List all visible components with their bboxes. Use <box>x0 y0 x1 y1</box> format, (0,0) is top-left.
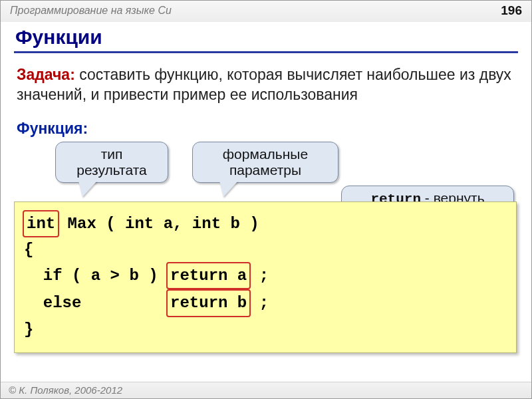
callout-tail-icon <box>219 181 238 197</box>
code-line: { <box>24 237 507 262</box>
callout-tail-icon <box>78 181 97 197</box>
code-text: Max ( int a, int b ) <box>58 215 259 233</box>
highlight-return-a: return a <box>166 262 251 289</box>
code-block: int Max ( int a, int b ) { if ( a > b ) … <box>14 201 517 353</box>
code-text: else <box>24 294 168 312</box>
code-line: int Max ( int a, int b ) <box>24 210 507 237</box>
slide-footer: © К. Поляков, 2006-2012 <box>1 382 531 398</box>
code-line: } <box>24 317 507 342</box>
code-text: ; <box>249 294 269 312</box>
callout-formal-params-text: формальные параметры <box>223 146 308 178</box>
page-number: 196 <box>501 3 522 18</box>
copyright: © К. Поляков, 2006-2012 <box>9 384 122 396</box>
highlight-return-b: return b <box>166 289 251 317</box>
slide-header: Программирование на языке Си 196 <box>1 1 531 22</box>
callout-result-type: тип результата <box>55 142 168 183</box>
callout-result-type-text: тип результата <box>76 146 147 178</box>
code-text: ; <box>249 267 269 285</box>
slide-body: Функции Задача: составить функцию, котор… <box>1 22 531 334</box>
code-line: else return b ; <box>24 289 507 317</box>
task-text: составить функцию, которая вычисляет наи… <box>17 66 511 103</box>
task-label: Задача: <box>17 66 75 83</box>
task-paragraph: Задача: составить функцию, которая вычис… <box>17 65 515 105</box>
course-title: Программирование на языке Си <box>10 5 172 17</box>
slide-title: Функции <box>14 25 518 53</box>
function-subheading: Функция: <box>17 120 518 138</box>
diagram-area: тип результата формальные параметры retu… <box>14 142 518 334</box>
highlight-int: int <box>23 210 59 237</box>
callout-formal-params: формальные параметры <box>192 142 338 183</box>
code-text: if ( a > b ) <box>24 267 168 285</box>
code-line: if ( a > b ) return a ; <box>24 262 507 289</box>
